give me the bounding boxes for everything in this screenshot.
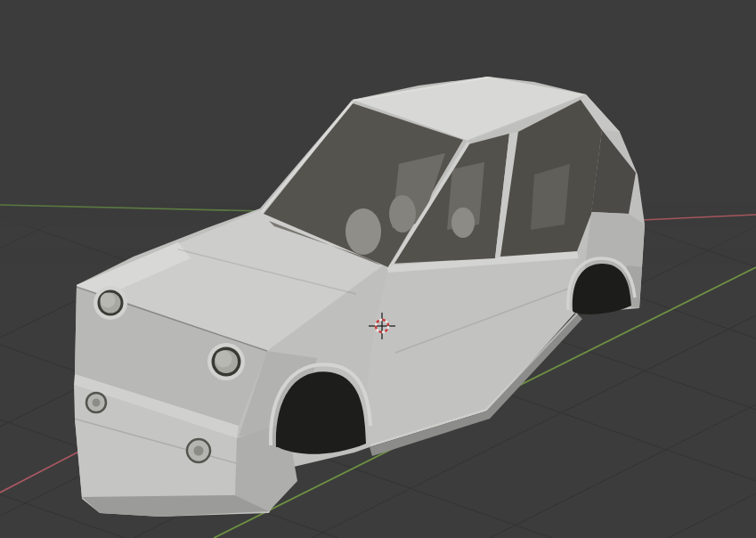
seat-right — [389, 195, 416, 232]
headrest — [451, 208, 475, 238]
headlight-right — [207, 343, 245, 380]
bumper-light-right — [187, 439, 210, 462]
headlight-left — [93, 286, 127, 320]
3d-viewport[interactable] — [0, 0, 756, 538]
seat-left — [345, 208, 381, 255]
bumper-light-left — [86, 393, 106, 412]
viewport-canvas — [0, 0, 756, 538]
